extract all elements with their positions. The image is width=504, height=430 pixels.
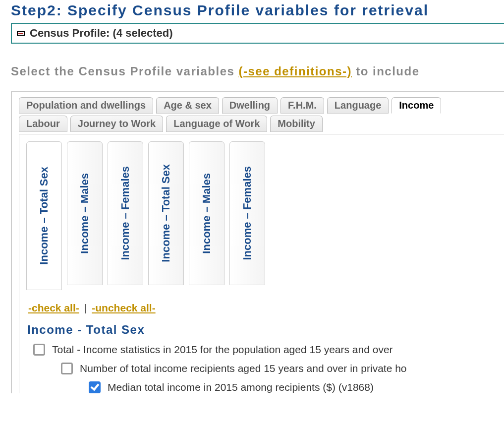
vtab-label: Income – Females <box>241 166 254 260</box>
variable-row: Total - Income statistics in 2015 for th… <box>33 344 504 356</box>
tab-language-of-work[interactable]: Language of Work <box>166 116 267 132</box>
instruction-text: Select the Census Profile variables (-se… <box>11 64 504 78</box>
vertical-tabs: Income – Total Sex Income – Males Income… <box>26 141 504 290</box>
main-tabs-row2: Labour Journey to Work Language of Work … <box>19 116 504 132</box>
variable-row: Number of total income recipients aged 1… <box>61 363 504 374</box>
variable-label: Median total income in 2015 among recipi… <box>108 381 374 393</box>
tab-dwelling[interactable]: Dwelling <box>222 97 278 114</box>
vtab-income-males-2[interactable]: Income – Males <box>189 141 224 285</box>
variables-panel: Population and dwellings Age & sex Dwell… <box>11 91 504 393</box>
instruction-prefix: Select the Census Profile variables <box>11 64 239 78</box>
see-definitions-link[interactable]: (-see definitions-) <box>239 64 352 78</box>
check-all-link[interactable]: -check all- <box>28 302 79 313</box>
vtab-label: Income – Females <box>119 166 132 260</box>
vtab-income-males-1[interactable]: Income – Males <box>67 141 103 285</box>
tab-age-sex[interactable]: Age & sex <box>156 97 219 114</box>
tab-journey-to-work[interactable]: Journey to Work <box>70 116 163 132</box>
tab-labour[interactable]: Labour <box>19 116 67 132</box>
profile-collapse-bar[interactable]: Census Profile: (4 selected) <box>11 23 504 44</box>
tab-fhm[interactable]: F.H.M. <box>280 97 324 114</box>
step-title: Step2: Specify Census Profile variables … <box>11 2 504 19</box>
tab-mobility[interactable]: Mobility <box>270 116 323 132</box>
separator: | <box>84 302 87 313</box>
variable-row: Median total income in 2015 among recipi… <box>89 381 504 393</box>
vtab-income-total-sex-1[interactable]: Income – Total Sex <box>26 141 62 290</box>
vtab-label: Income – Total Sex <box>160 164 172 262</box>
income-sub-panel: Income – Total Sex Income – Males Income… <box>19 134 504 393</box>
collapse-icon <box>17 31 25 36</box>
checkbox[interactable] <box>61 363 73 374</box>
vtab-income-females-2[interactable]: Income – Females <box>229 141 265 285</box>
variable-label: Number of total income recipients aged 1… <box>80 363 407 374</box>
vtab-label: Income – Males <box>200 173 213 254</box>
vtab-income-females-1[interactable]: Income – Females <box>108 141 143 285</box>
vtab-label: Income – Males <box>78 173 91 254</box>
checkbox[interactable] <box>89 381 101 393</box>
variable-label: Total - Income statistics in 2015 for th… <box>52 344 393 356</box>
vtab-income-total-sex-2[interactable]: Income – Total Sex <box>148 141 184 285</box>
check-links: -check all- | -uncheck all- <box>28 302 504 314</box>
tab-population-dwellings[interactable]: Population and dwellings <box>19 97 153 114</box>
section-title: Income - Total Sex <box>27 323 504 337</box>
checkbox[interactable] <box>33 344 45 356</box>
instruction-suffix: to include <box>352 64 420 78</box>
uncheck-all-link[interactable]: -uncheck all- <box>92 302 155 313</box>
tab-language[interactable]: Language <box>327 97 389 114</box>
profile-bar-label: Census Profile: (4 selected) <box>30 27 173 40</box>
main-tabs-row1: Population and dwellings Age & sex Dwell… <box>19 97 504 114</box>
tab-income[interactable]: Income <box>392 97 441 114</box>
vtab-label: Income – Total Sex <box>38 167 51 265</box>
